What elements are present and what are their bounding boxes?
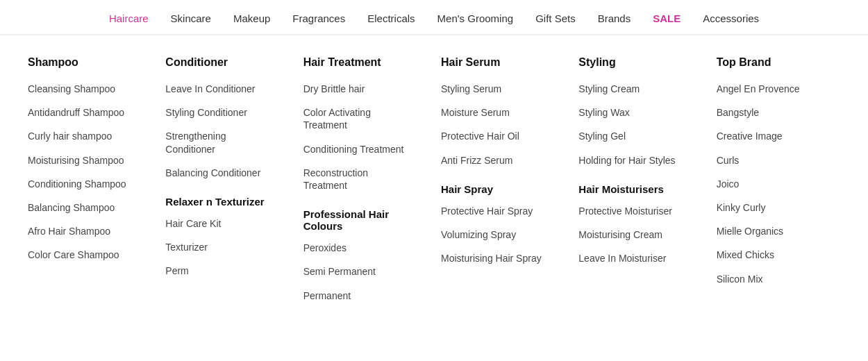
col-heading-0: Shampoo xyxy=(28,56,137,69)
col-subitem-2-0-0[interactable]: Peroxides xyxy=(303,242,413,254)
dropdown-menu: ShampooCleansing ShampooAntidandruff Sha… xyxy=(0,35,868,334)
col-subitem-4-0-2[interactable]: Leave In Moisturiser xyxy=(578,252,688,265)
col-item-2-1[interactable]: Color Activating Treatment xyxy=(303,106,413,131)
col-item-0-2[interactable]: Curly hair shampoo xyxy=(28,130,137,142)
col-item-5-2[interactable]: Creative Image xyxy=(717,130,826,142)
column-4: StylingStyling CreamStyling WaxStyling G… xyxy=(565,56,702,313)
col-heading-4: Styling xyxy=(578,56,688,69)
col-item-4-0[interactable]: Styling Cream xyxy=(578,83,688,95)
col-heading-1: Conditioner xyxy=(165,56,275,69)
col-subitem-3-0-1[interactable]: Volumizing Spray xyxy=(441,228,551,241)
col-item-4-2[interactable]: Styling Gel xyxy=(578,130,688,142)
col-item-1-2[interactable]: Strengthening Conditioner xyxy=(165,130,275,155)
col-subheading-2-0: Professional Hair Colours xyxy=(303,208,413,232)
col-item-3-3[interactable]: Anti Frizz Serum xyxy=(441,154,551,167)
col-subitem-4-0-1[interactable]: Moisturising Cream xyxy=(578,228,688,241)
col-subitem-2-0-1[interactable]: Semi Permanent xyxy=(303,265,413,278)
col-item-2-3[interactable]: Reconstruction Treatment xyxy=(303,167,413,192)
col-subitem-1-0-2[interactable]: Perm xyxy=(165,265,275,277)
column-3: Hair SerumStyling SerumMoisture SerumPro… xyxy=(427,56,565,313)
col-heading-5: Top Brand xyxy=(717,56,826,69)
col-subitem-3-0-2[interactable]: Moisturising Hair Spray xyxy=(441,252,551,265)
col-subitem-1-0-0[interactable]: Hair Care Kit xyxy=(165,217,275,230)
nav-item-haircare[interactable]: Haircare xyxy=(109,12,149,24)
col-subheading-3-0: Hair Spray xyxy=(441,183,551,195)
col-item-1-1[interactable]: Styling Conditioner xyxy=(165,106,275,119)
col-heading-2: Hair Treatment xyxy=(303,56,413,69)
nav-item-accessories[interactable]: Accessories xyxy=(703,12,759,24)
col-item-3-2[interactable]: Protective Hair Oil xyxy=(441,130,551,142)
col-subheading-1-0: Relaxer n Texturizer xyxy=(165,196,275,208)
nav-item-sale[interactable]: SALE xyxy=(653,12,681,24)
nav-item-mens-grooming[interactable]: Men's Grooming xyxy=(437,12,514,24)
nav-item-brands[interactable]: Brands xyxy=(598,12,631,24)
column-1: ConditionerLeave In ConditionerStyling C… xyxy=(151,56,289,313)
col-item-5-6[interactable]: Mielle Organics xyxy=(717,225,826,237)
col-item-0-4[interactable]: Conditioning Shampoo xyxy=(28,178,137,190)
col-item-2-0[interactable]: Dry Brittle hair xyxy=(303,83,413,95)
nav-item-fragrances[interactable]: Fragrances xyxy=(292,12,345,24)
column-2: Hair TreatmentDry Brittle hairColor Acti… xyxy=(290,56,427,313)
col-item-5-0[interactable]: Angel En Provence xyxy=(717,83,826,95)
nav-item-electricals[interactable]: Electricals xyxy=(367,12,415,24)
column-0: ShampooCleansing ShampooAntidandruff Sha… xyxy=(21,56,151,313)
main-nav: HaircareSkincareMakeupFragrancesElectric… xyxy=(0,0,868,35)
col-item-0-7[interactable]: Color Care Shampoo xyxy=(28,249,137,261)
nav-item-gift-sets[interactable]: Gift Sets xyxy=(535,12,576,24)
col-item-0-6[interactable]: Afro Hair Shampoo xyxy=(28,225,137,237)
col-item-3-0[interactable]: Styling Serum xyxy=(441,83,551,95)
col-subitem-1-0-1[interactable]: Texturizer xyxy=(165,241,275,253)
col-subitem-3-0-0[interactable]: Protective Hair Spray xyxy=(441,205,551,217)
col-item-0-3[interactable]: Moisturising Shampoo xyxy=(28,154,137,167)
col-item-4-3[interactable]: Holding for Hair Styles xyxy=(578,154,688,167)
col-item-0-5[interactable]: Balancing Shampoo xyxy=(28,201,137,214)
column-5: Top BrandAngel En ProvenceBangstyleCreat… xyxy=(703,56,840,313)
col-item-2-2[interactable]: Conditioning Treatment xyxy=(303,143,413,156)
nav-item-makeup[interactable]: Makeup xyxy=(233,12,270,24)
col-heading-3: Hair Serum xyxy=(441,56,551,69)
col-subitem-4-0-0[interactable]: Protective Moisturiser xyxy=(578,205,688,217)
col-item-4-1[interactable]: Styling Wax xyxy=(578,106,688,119)
col-item-0-0[interactable]: Cleansing Shampoo xyxy=(28,83,137,95)
col-item-3-1[interactable]: Moisture Serum xyxy=(441,106,551,119)
col-item-5-3[interactable]: Curls xyxy=(717,154,826,167)
col-item-5-4[interactable]: Joico xyxy=(717,178,826,190)
col-item-1-3[interactable]: Balancing Conditioner xyxy=(165,167,275,179)
col-item-5-5[interactable]: Kinky Curly xyxy=(717,201,826,214)
col-item-5-8[interactable]: Silicon Mix xyxy=(717,273,826,285)
col-item-5-7[interactable]: Mixed Chicks xyxy=(717,249,826,261)
nav-item-skincare[interactable]: Skincare xyxy=(171,12,211,24)
col-subheading-4-0: Hair Moisturisers xyxy=(578,183,688,195)
col-subitem-2-0-2[interactable]: Permanent xyxy=(303,289,413,302)
col-item-5-1[interactable]: Bangstyle xyxy=(717,106,826,119)
col-item-1-0[interactable]: Leave In Conditioner xyxy=(165,83,275,95)
col-item-0-1[interactable]: Antidandruff Shampoo xyxy=(28,106,137,119)
